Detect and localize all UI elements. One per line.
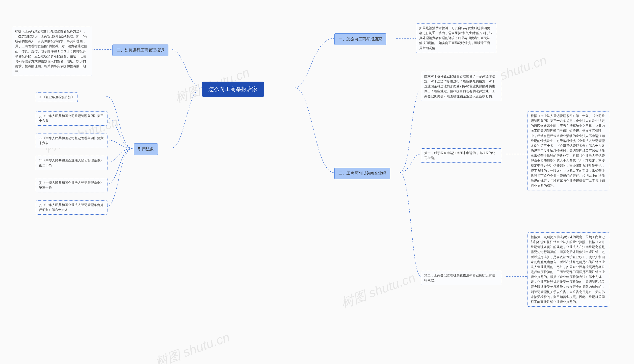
branch-1[interactable]: 一、怎么向工商举报店家 [334, 34, 386, 45]
center-node[interactable]: 怎么向工商举报店家 [202, 82, 264, 97]
mindmap-canvas: 树图 shutu.cn 树图 shutu.cn 树图 shutu.cn 树图 s… [0, 0, 634, 364]
leaf-b3-far-c: 根据第一点所提及的法律法规的规定，显然工商登记部门不能直接注销企业法人的营业执照… [528, 232, 609, 307]
ref-item-3: [3]《中华人民共和国公司登记管理条例》第六十六条 [36, 134, 107, 148]
watermark: 树图 shutu.cn [153, 328, 232, 364]
leaf-b2: 根据《工商行政管理部门处理消费者投诉方法》，一些类型的投诉，工商管理部门必须受理… [12, 27, 92, 76]
ref-item-2: [2]《中华人民共和国公司登记管理条例》第三十六条 [36, 111, 107, 126]
ref-item-4: [4]《中华人民共和国企业法人登记管理条例》第二十条 [36, 156, 107, 170]
ref-item-1: [1]《企业年度检验办法》 [36, 92, 78, 102]
leaf-b3-far-b: 根据《企业法人登记管理条例》第二十条、《公司登记管理条例》第三十六条规定，企业法… [528, 111, 609, 190]
leaf-b1: 如果是被消费者投诉，可以自行与发生纠纷的消费者进行沟通、协商，需要秉持"和气生财… [416, 24, 496, 53]
branch-3[interactable]: 三、工商局可以关闭企业吗 [334, 168, 390, 179]
leaf-b3-mid-c: 第二，工商登记管理机关直接注销营业执照没有法律依据。 [421, 271, 501, 285]
watermark: 树图 shutu.cn [339, 269, 418, 312]
branch-2[interactable]: 二、如何进行工商管理投诉 [112, 44, 168, 56]
ref-item-6: [6]《中华人民共和国企业法人登记管理条例施行细则》第六十六条 [36, 200, 107, 215]
leaf-b3-mid-a: 国家对于各种企业的经营管理出台了一系列法律法规，对于违法情形也进行了相应的处罚措… [421, 72, 501, 101]
leaf-b3-mid-b: 第一，对于应当申请注销而未申请的，有相应的处罚措施。 [421, 148, 501, 163]
ref-item-5: [5]《中华人民共和国企业法人登记管理条例》第三十条 [36, 178, 107, 192]
branch-ref[interactable]: 引用法条 [134, 144, 158, 155]
